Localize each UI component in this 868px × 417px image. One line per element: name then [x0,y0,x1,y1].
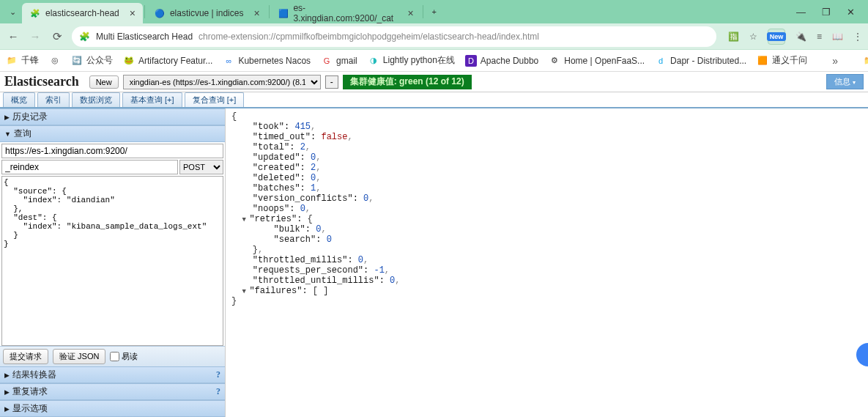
menu-icon[interactable]: ⋮ [853,32,862,42]
bookmark-label: Home | OpenFaaS... [564,56,645,66]
panel-results-transform[interactable]: ▶结果转换器? [0,366,225,383]
method-select[interactable]: POST [179,160,223,174]
tab-compound-query[interactable]: 复合查询 [+] [185,92,245,107]
easyread-checkbox[interactable] [110,352,119,361]
extension-button[interactable]: New [768,29,785,45]
ext-icon[interactable]: 📖 [832,32,843,42]
bookmark-icon: 🔄 [71,55,83,67]
panel-repeat-request[interactable]: ▶重复请求? [0,383,225,400]
tab-title: elasticvue | indices [170,8,244,18]
ext-icon[interactable]: 🔌 [795,32,806,42]
panel-label: 显示选项 [12,402,48,415]
folder-icon: 📁 [863,55,868,67]
favicon-icon: 🔵 [154,7,166,19]
easyread-toggle[interactable]: 易读 [110,351,138,362]
bookmark-label: Artifactory Featur... [138,56,212,66]
bookmark-item[interactable]: dDapr - Distributed... [655,55,746,67]
tab-basic-query[interactable]: 基本查询 [+] [122,92,182,107]
all-bookmarks[interactable]: 📁所有书签 [863,54,868,67]
tab-title: es-3.xingdian.com:9200/_cat [293,3,397,23]
window-controls: — ❐ ✕ [796,7,865,18]
triangle-right-icon: ▶ [4,114,10,121]
remove-connection-button[interactable]: - [325,75,338,89]
bookmark-icon: 🟧 [757,55,768,67]
bookmark-item[interactable]: ◑Lightly python在线 [368,54,455,67]
new-badge: New [767,32,787,41]
bookmark-label: 千锋 [21,54,39,67]
close-icon[interactable]: × [407,7,413,19]
request-body-textarea[interactable] [1,176,223,346]
browser-tab-2[interactable]: 🟦 es-3.xingdian.com:9200/_cat × [271,3,421,23]
extension-name: Multi Elasticsearch Head [96,32,193,42]
bookmark-item[interactable]: ∞Kubernetes Nacos [223,55,311,67]
triangle-down-icon[interactable]: ▼ [242,216,249,224]
back-icon[interactable]: ← [6,30,21,43]
browser-tabstrip: ⌄ 🧩 elasticsearch-head × 🔵 elasticvue | … [0,0,868,23]
bookmark-label: Kubernetes Nacos [238,56,311,66]
json-value: -1 [374,265,384,276]
bookmark-label: 公众号 [86,54,113,67]
response-viewer: { "took": 415, "timed_out": false, "tota… [226,108,868,417]
panel-display-options[interactable]: ▶显示选项 [0,400,225,417]
new-connection-button[interactable]: New [89,75,119,89]
folder-icon: 📁 [6,55,18,67]
translate-icon[interactable]: 🈯 [728,32,739,42]
help-icon[interactable]: ? [216,369,220,380]
bookmark-item[interactable]: ◎ [49,55,61,67]
bookmark-icon: G [321,55,333,67]
bookmark-icon: ◎ [49,55,61,67]
panel-query[interactable]: ▼查询 [0,125,225,142]
connection-select[interactable]: xingdian-es (https://es-1.xingdian.com:9… [123,75,321,89]
eshead-navtabs: 概览 索引 数据浏览 基本查询 [+] 复合查询 [+] [0,92,868,108]
tab-indices[interactable]: 索引 [37,92,70,107]
close-icon[interactable]: × [130,7,136,19]
json-value: 415 [294,122,311,132]
extension-icon: 🧩 [79,32,90,42]
reload-icon[interactable]: ⟳ [50,30,64,43]
close-icon[interactable]: × [253,7,259,19]
submit-button[interactable]: 提交请求 [3,349,48,364]
triangle-right-icon: ▶ [4,372,10,379]
triangle-down-icon[interactable]: ▼ [242,288,249,295]
tabs-dropdown[interactable]: ⌄ [3,7,22,17]
ext-icon[interactable]: ≡ [817,32,822,42]
forward-icon[interactable]: → [28,30,42,43]
url-path: chrome-extension://cpmmilfkofbeimbmgiclo… [199,32,539,42]
help-icon[interactable]: ? [216,386,220,397]
minimize-icon[interactable]: — [796,7,806,18]
tab-overview[interactable]: 概览 [3,92,35,107]
checkbox-label: 易读 [122,351,138,362]
maximize-icon[interactable]: ❐ [822,7,831,18]
cluster-health-badge: 集群健康值: green (12 of 12) [343,75,472,89]
json-value: 0 [327,235,332,245]
panel-label: 历史记录 [12,111,48,123]
address-bar[interactable]: 🧩 Multi Elasticsearch Head chrome-extens… [72,26,716,47]
browser-tab-1[interactable]: 🔵 elasticvue | indices × [146,3,267,23]
json-value: 0 [358,255,363,265]
panel-history[interactable]: ▶历史记录 [0,108,225,125]
info-dropdown-button[interactable]: 信息 [826,74,864,89]
bookmark-item[interactable]: 📁千锋 [6,54,39,67]
json-value: [ ] [313,286,329,296]
host-input[interactable] [1,144,223,158]
panel-label: 重复请求 [12,385,48,398]
bookmark-item[interactable]: DApache Dubbo [465,55,538,67]
bookmark-item[interactable]: ⚙Home | OpenFaaS... [549,55,645,67]
eshead-body: ▶历史记录 ▼查询 POST 提交请求 验证 JSON 易读 ▶结果转换器? ▶… [0,108,868,417]
bookmark-item[interactable]: Ggmail [321,55,357,67]
new-tab-button[interactable]: + [425,7,444,16]
bookmark-overflow-icon[interactable]: » [828,55,842,67]
app-title: Elasticsearch [4,74,79,89]
validate-json-button[interactable]: 验证 JSON [53,349,105,364]
bookmark-item[interactable]: 🔄公众号 [71,54,113,67]
bookmark-item[interactable]: 🟧通义千问 [757,54,807,67]
browser-tab-0[interactable]: 🧩 elasticsearch-head × [22,3,143,23]
tab-separator [423,5,423,18]
tab-browse[interactable]: 数据浏览 [72,92,120,107]
bookmark-star-icon[interactable]: ☆ [749,32,757,42]
bookmark-label: gmail [336,56,357,66]
bookmark-item[interactable]: 🐸Artifactory Featur... [123,55,212,67]
bookmark-icon: ◑ [368,55,379,67]
path-input[interactable] [1,160,178,174]
close-window-icon[interactable]: ✕ [847,7,855,18]
